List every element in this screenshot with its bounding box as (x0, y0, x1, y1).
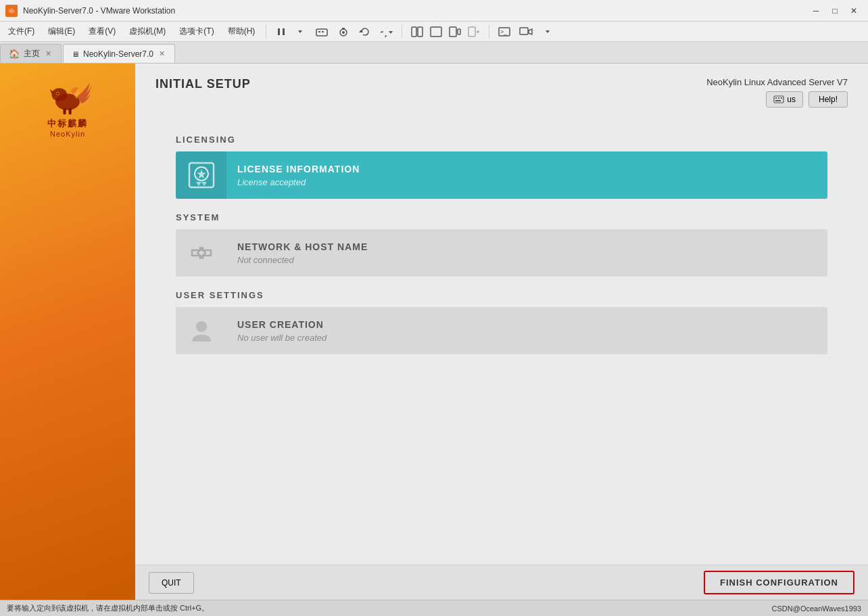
svg-rect-31 (774, 96, 783, 103)
user-icon (187, 316, 216, 346)
user-creation-subtitle: No user will be created (237, 333, 817, 343)
title-bar-left: NeoKylin-Server7.0 - VMware Workstation (5, 5, 175, 17)
status-text: 要将输入定向到该虚拟机，请在虚拟机内部单击或按 Ctrl+G。 (7, 603, 209, 613)
system-section-label: SYSTEM (176, 212, 827, 222)
menu-help[interactable]: 帮助(H) (222, 24, 261, 39)
menu-vm[interactable]: 虚拟机(M) (124, 24, 171, 39)
toolbar-divider (266, 25, 266, 39)
svg-text:>_: >_ (500, 28, 508, 35)
remote-button[interactable] (516, 23, 535, 41)
svg-rect-3 (283, 28, 285, 35)
network-host-text: NETWORK & HOST NAME Not connected (226, 235, 827, 272)
suspend-button[interactable] (377, 23, 396, 41)
menu-tabs[interactable]: 选项卡(T) (174, 24, 219, 39)
neokylin-logo-graphic (27, 77, 108, 121)
snapshot-button[interactable] (334, 23, 353, 41)
network-host-card[interactable]: NETWORK & HOST NAME Not connected (176, 229, 827, 277)
sidebar: 中标麒麟 NeoKylin (0, 64, 135, 600)
svg-rect-10 (342, 28, 345, 30)
sidebar-logo: 中标麒麟 NeoKylin (24, 77, 112, 138)
svg-rect-6 (318, 31, 320, 32)
svg-rect-33 (778, 97, 779, 99)
network-icon-area (176, 229, 226, 277)
tab-vm-label: NeoKylin-Server7.0 (83, 49, 153, 59)
license-info-text: LICENSE INFORMATION License accepted (226, 157, 827, 194)
svg-rect-16 (450, 27, 456, 37)
setup-content: LICENSING (135, 114, 868, 565)
svg-rect-14 (418, 27, 423, 37)
license-icon-area (176, 151, 226, 199)
revert-button[interactable] (356, 23, 375, 41)
menu-edit[interactable]: 编辑(E) (43, 24, 80, 39)
user-creation-title: USER CREATION (237, 319, 817, 330)
license-info-subtitle: License accepted (237, 177, 817, 187)
pause-button[interactable] (272, 23, 291, 41)
terminal-button[interactable]: >_ (495, 23, 514, 41)
vm-icon: 🖥 (72, 50, 79, 58)
user-icon-area (176, 307, 226, 354)
svg-rect-2 (278, 28, 280, 35)
product-name: NeoKylin Linux Advanced Server V7 (706, 77, 848, 87)
view-btn2[interactable] (427, 23, 445, 41)
view-btn3[interactable] (445, 23, 464, 41)
menu-bar: 文件(F) 编辑(E) 查看(V) 虚拟机(M) 选项卡(T) 帮助(H) (0, 22, 868, 42)
header-buttons: us Help! (766, 91, 848, 108)
svg-rect-23 (520, 28, 528, 34)
tab-home-label: 主页 (24, 48, 40, 60)
svg-rect-18 (468, 27, 475, 37)
svg-rect-13 (412, 27, 416, 37)
tab-vm-close[interactable]: ✕ (158, 49, 166, 59)
svg-rect-5 (316, 29, 327, 36)
window-controls: ─ □ ✕ (807, 4, 863, 18)
content-area: INITIAL SETUP NeoKylin Linux Advanced Se… (135, 64, 868, 600)
license-info-title: LICENSE INFORMATION (237, 164, 817, 174)
tab-home-close[interactable]: ✕ (44, 49, 53, 59)
svg-rect-15 (431, 27, 441, 37)
main-layout: 中标麒麟 NeoKylin INITIAL SETUP NeoKylin Lin… (0, 64, 868, 600)
menu-view[interactable]: 查看(V) (83, 24, 121, 39)
user-creation-card[interactable]: USER CREATION No user will be created (176, 307, 827, 354)
minimize-button[interactable]: ─ (807, 4, 825, 18)
title-bar: NeoKylin-Server7.0 - VMware Workstation … (0, 0, 868, 22)
view-btn4[interactable] (464, 23, 483, 41)
close-button[interactable]: ✕ (845, 4, 863, 18)
svg-rect-34 (781, 97, 782, 99)
licensing-section-label: LICENSING (176, 135, 827, 145)
send-ctrlaltdel-button[interactable] (312, 23, 331, 41)
status-bar: 要将输入定向到该虚拟机，请在虚拟机内部单击或按 Ctrl+G。 CSDN@Oce… (0, 600, 868, 616)
svg-point-9 (342, 31, 345, 34)
network-icon (187, 238, 216, 268)
svg-rect-27 (64, 108, 66, 115)
power-dropdown-button[interactable] (291, 23, 310, 41)
menu-file[interactable]: 文件(F) (3, 24, 40, 39)
svg-point-26 (51, 88, 67, 101)
tab-home[interactable]: 🏠 主页 ✕ (0, 44, 62, 63)
view-btn1[interactable] (408, 23, 427, 41)
remote-dropdown-button[interactable] (538, 23, 557, 41)
restore-button[interactable]: □ (826, 4, 844, 18)
home-icon: 🏠 (9, 49, 20, 59)
toolbar-group-view (408, 23, 483, 41)
tab-bar: 🏠 主页 ✕ 🖥 NeoKylin-Server7.0 ✕ (0, 42, 868, 64)
keyboard-icon (773, 95, 784, 103)
content-header: INITIAL SETUP NeoKylin Linux Advanced Se… (135, 64, 868, 114)
keyboard-button[interactable]: us (766, 91, 803, 108)
svg-point-39 (196, 321, 207, 332)
keyboard-label: us (787, 95, 796, 104)
page-title: INITIAL SETUP (155, 77, 251, 91)
svg-marker-24 (546, 30, 550, 33)
window-title: NeoKylin-Server7.0 - VMware Workstation (23, 6, 175, 16)
vmware-icon (5, 5, 18, 17)
license-info-card[interactable]: LICENSE INFORMATION License accepted (176, 151, 827, 199)
logo-brand-text: 中标麒麟 (47, 118, 88, 130)
help-button[interactable]: Help! (809, 91, 848, 108)
license-icon (187, 160, 216, 190)
svg-point-30 (57, 93, 58, 94)
svg-rect-17 (458, 29, 460, 34)
quit-button[interactable]: QUIT (149, 572, 194, 594)
user-settings-section-label: USER SETTINGS (176, 290, 827, 300)
svg-rect-35 (775, 100, 781, 101)
tab-vm[interactable]: 🖥 NeoKylin-Server7.0 ✕ (63, 44, 175, 63)
finish-configuration-button[interactable]: FINISH CONFIGURATION (704, 571, 854, 594)
status-right-text: CSDN@OceanWaves1993 (772, 605, 861, 613)
